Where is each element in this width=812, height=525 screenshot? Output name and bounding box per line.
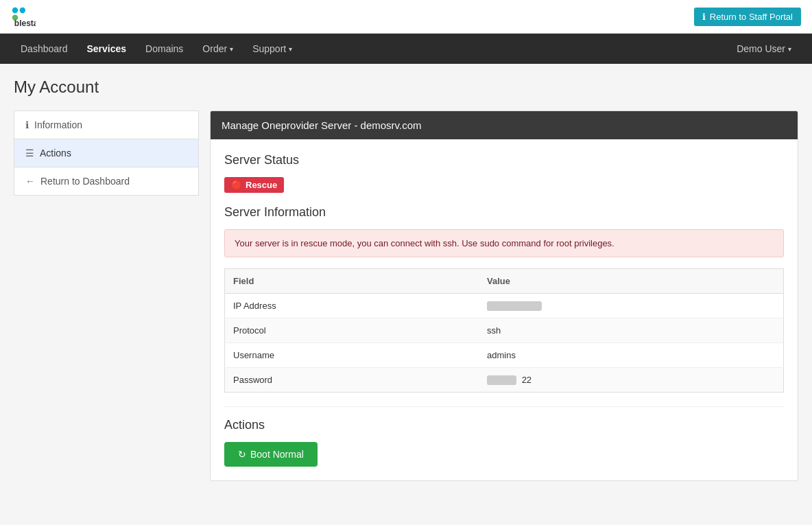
logo: blesta — [11, 4, 36, 29]
svg-text:blesta: blesta — [14, 19, 36, 28]
field-username: Username — [225, 343, 479, 368]
return-to-staff-portal-button[interactable]: ℹ Return to Staff Portal — [694, 8, 801, 26]
rescue-icon: 🔴 — [231, 180, 242, 190]
server-status-title: Server Status — [224, 153, 784, 167]
sidebar-item-information[interactable]: ℹ Information — [14, 110, 199, 139]
nav-user[interactable]: Demo User ▾ — [727, 34, 801, 64]
footer: Powered by Blesta, © Phillips Data, Inc. — [0, 515, 812, 525]
main-panel: Manage Oneprovider Server - demosrv.com … — [210, 110, 798, 481]
table-row: Username admins — [225, 343, 784, 368]
col-value: Value — [479, 269, 783, 294]
page-content: My Account ℹ Information ☰ Actions ← Ret… — [0, 64, 812, 495]
server-info-table: Field Value IP Address — [224, 268, 784, 393]
nav-right: Demo User ▾ — [727, 34, 801, 64]
info-icon: ℹ — [25, 119, 29, 130]
info-icon: ℹ — [702, 12, 706, 22]
actions-icon: ☰ — [25, 148, 34, 159]
content-layout: ℹ Information ☰ Actions ← Return to Dash… — [14, 110, 798, 481]
status-badge: 🔴 Rescue — [224, 177, 284, 193]
value-ip-address — [479, 294, 783, 318]
page-title: My Account — [14, 78, 798, 97]
table-row: IP Address — [225, 294, 784, 318]
rescue-alert: Your server is in rescue mode, you can c… — [224, 229, 784, 257]
nav-left: Dashboard Services Domains Order ▾ Suppo… — [11, 34, 302, 64]
field-ip-address: IP Address — [225, 294, 479, 318]
nav-domains[interactable]: Domains — [136, 34, 193, 64]
nav-services[interactable]: Services — [77, 34, 136, 64]
actions-title: Actions — [224, 418, 784, 432]
manage-panel: Manage Oneprovider Server - demosrv.com … — [210, 110, 798, 481]
value-password: 22 — [479, 368, 783, 393]
server-info-section: Server Information Your server is in res… — [224, 205, 784, 393]
boot-normal-button[interactable]: ↻ Boot Normal — [224, 442, 318, 467]
svg-point-0 — [12, 8, 18, 13]
value-protocol: ssh — [479, 318, 783, 343]
main-nav: Dashboard Services Domains Order ▾ Suppo… — [0, 34, 812, 64]
col-field: Field — [225, 269, 479, 294]
order-dropdown-arrow: ▾ — [230, 45, 233, 53]
top-bar: blesta ℹ Return to Staff Portal — [0, 0, 812, 34]
ip-blurred — [487, 301, 542, 311]
value-username: admins — [479, 343, 783, 368]
panel-body: Server Status 🔴 Rescue Server Informatio… — [211, 139, 798, 480]
support-dropdown-arrow: ▾ — [289, 45, 292, 53]
server-info-title: Server Information — [224, 205, 784, 220]
user-dropdown-arrow: ▾ — [788, 45, 791, 53]
table-row: Password 22 — [225, 368, 784, 393]
table-row: Protocol ssh — [225, 318, 784, 343]
nav-order[interactable]: Order ▾ — [193, 34, 243, 64]
nav-support[interactable]: Support ▾ — [243, 34, 302, 64]
sidebar-item-actions[interactable]: ☰ Actions — [14, 139, 199, 167]
sidebar-item-return-dashboard[interactable]: ← Return to Dashboard — [14, 167, 199, 196]
svg-point-1 — [20, 8, 25, 13]
field-password: Password — [225, 368, 479, 393]
password-blurred — [487, 375, 516, 385]
refresh-icon: ↻ — [238, 449, 246, 460]
panel-header: Manage Oneprovider Server - demosrv.com — [211, 111, 798, 139]
arrow-left-icon: ← — [25, 176, 35, 187]
field-protocol: Protocol — [225, 318, 479, 343]
nav-dashboard[interactable]: Dashboard — [11, 34, 77, 64]
sidebar: ℹ Information ☰ Actions ← Return to Dash… — [14, 110, 199, 481]
actions-section: Actions ↻ Boot Normal — [224, 406, 784, 467]
